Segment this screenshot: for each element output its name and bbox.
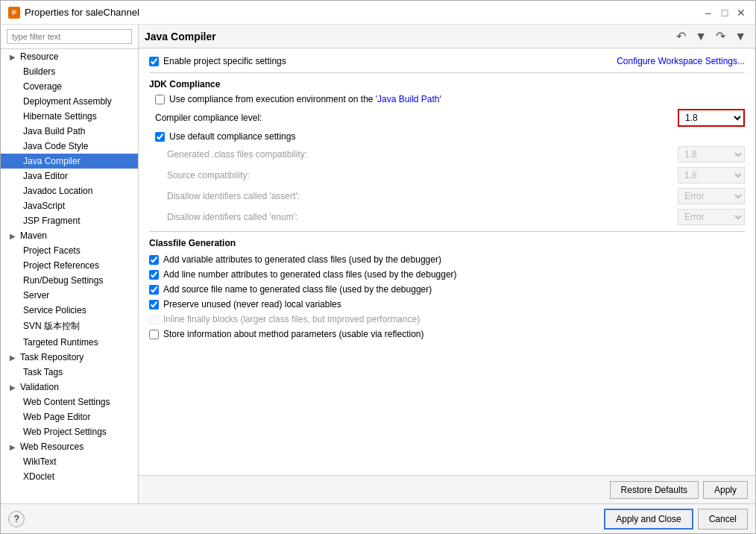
sidebar-item-task-repository[interactable]: ▶Task Repository — [1, 350, 138, 365]
tree: ▶ResourceBuildersCoverageDeployment Asse… — [1, 49, 138, 503]
sidebar-item-xdoclet[interactable]: XDoclet — [1, 469, 138, 484]
disallow-enum-select[interactable]: Error — [678, 209, 745, 225]
cb1-checkbox[interactable] — [149, 255, 159, 265]
back-button[interactable]: ↶ — [673, 28, 689, 45]
properties-window: P Properties for saleChannel – □ ✕ ▶Reso… — [0, 0, 756, 534]
sidebar-item-server[interactable]: Server — [1, 288, 138, 303]
apply-close-button[interactable]: Apply and Close — [604, 509, 693, 530]
sidebar-item-web-project-settings[interactable]: Web Project Settings — [1, 424, 138, 439]
toolbar: Java Compiler ↶ ▼ ↷ ▼ — [139, 25, 755, 48]
java-build-path-link[interactable]: 'Java Build Path' — [376, 94, 441, 104]
cb3-row: Add source file name to generated class … — [149, 284, 745, 295]
search-box — [1, 25, 138, 49]
sidebar-item-label: Web Page Editor — [23, 412, 91, 422]
sidebar-item-deployment-assembly[interactable]: Deployment Assembly — [1, 94, 138, 109]
sidebar-item-service-policies[interactable]: Service Policies — [1, 303, 138, 318]
cb3-label: Add source file name to generated class … — [163, 284, 432, 295]
use-compliance-label: Use compliance from execution environmen… — [169, 94, 441, 104]
forward-button[interactable]: ↷ — [713, 28, 728, 45]
sidebar-item-label: Server — [23, 290, 49, 301]
restore-defaults-button[interactable]: Restore Defaults — [610, 481, 699, 499]
sidebar-item-task-tags[interactable]: Task Tags — [1, 365, 138, 380]
sidebar-item-javadoc-location[interactable]: Javadoc Location — [1, 183, 138, 198]
sidebar-item-web-page-editor[interactable]: Web Page Editor — [1, 409, 138, 424]
sidebar-item-svn-[interactable]: SVN 版本控制 — [1, 318, 138, 335]
enable-settings-checkbox[interactable] — [149, 57, 159, 66]
compliance-level-select[interactable]: 1.6 1.7 1.8 9 10 — [678, 109, 745, 127]
cb2-checkbox[interactable] — [149, 270, 159, 280]
sidebar-item-label: Hibernate Settings — [23, 111, 97, 122]
cb2-label: Add line number attributes to generated … — [163, 269, 457, 280]
sidebar-item-web-resources[interactable]: ▶Web Resources — [1, 439, 138, 454]
window-icon: P — [8, 7, 20, 19]
sidebar-item-rundebug-settings[interactable]: Run/Debug Settings — [1, 273, 138, 288]
sidebar-item-maven[interactable]: ▶Maven — [1, 228, 138, 243]
cb4-checkbox[interactable] — [149, 300, 159, 310]
content-area: ▶ResourceBuildersCoverageDeployment Asse… — [1, 25, 755, 503]
cb5-row: Inline finally blocks (larger class file… — [149, 314, 745, 324]
sidebar-item-label: Web Content Settings — [23, 397, 110, 407]
sidebar-item-builders[interactable]: Builders — [1, 64, 138, 79]
sidebar-item-java-editor[interactable]: Java Editor — [1, 169, 138, 183]
sidebar-item-jsp-fragment[interactable]: JSP Fragment — [1, 213, 138, 228]
bottom-bar: Restore Defaults Apply — [139, 475, 755, 503]
enable-settings-label: Enable project specific settings — [163, 56, 286, 66]
sidebar-item-java-code-style[interactable]: Java Code Style — [1, 139, 138, 154]
sidebar-item-java-compiler[interactable]: Java Compiler — [1, 154, 138, 169]
configure-workspace-link[interactable]: Configure Workspace Settings... — [617, 56, 745, 66]
sidebar-item-label: Project Facets — [23, 245, 81, 256]
title-bar: P Properties for saleChannel – □ ✕ — [1, 1, 755, 25]
footer-right: Apply and Close Cancel — [604, 509, 748, 530]
cb3-checkbox[interactable] — [149, 285, 159, 295]
compliance-level-label: Compiler compliance level: — [155, 113, 678, 123]
use-default-checkbox[interactable] — [155, 132, 165, 142]
sidebar-item-targeted-runtimes[interactable]: Targeted Runtimes — [1, 335, 138, 350]
cancel-button[interactable]: Cancel — [698, 509, 748, 530]
jdk-section-title: JDK Compliance — [149, 79, 745, 89]
sidebar: ▶ResourceBuildersCoverageDeployment Asse… — [1, 25, 139, 503]
sidebar-item-hibernate-settings[interactable]: Hibernate Settings — [1, 109, 138, 124]
sidebar-item-label: Deployment Assembly — [23, 96, 112, 107]
sidebar-item-javascript[interactable]: JavaScript — [1, 198, 138, 213]
source-compat-label: Source compatibility: — [167, 170, 678, 180]
use-default-label: Use default compliance settings — [169, 131, 295, 142]
sidebar-item-wikitext[interactable]: WikiText — [1, 454, 138, 469]
help-button[interactable]: ? — [8, 511, 25, 527]
close-button[interactable]: ✕ — [734, 6, 748, 19]
sidebar-item-label: Run/Debug Settings — [23, 275, 103, 286]
title-bar-left: P Properties for saleChannel — [8, 7, 139, 19]
minimize-button[interactable]: – — [702, 6, 715, 19]
sidebar-item-label: XDoclet — [23, 471, 54, 482]
sidebar-item-label: Javadoc Location — [23, 186, 92, 196]
search-input[interactable] — [7, 29, 132, 44]
compliance-level-row: Compiler compliance level: 1.6 1.7 1.8 9… — [149, 109, 745, 127]
expand-icon: ▶ — [10, 354, 17, 362]
use-compliance-checkbox[interactable] — [155, 95, 165, 104]
cb6-checkbox[interactable] — [149, 330, 159, 339]
use-compliance-row: Use compliance from execution environmen… — [149, 94, 745, 104]
sidebar-item-resource[interactable]: ▶Resource — [1, 49, 138, 64]
disallow-assert-select[interactable]: Error — [678, 188, 745, 204]
sidebar-item-project-facets[interactable]: Project Facets — [1, 243, 138, 258]
apply-button[interactable]: Apply — [703, 481, 748, 499]
generated-compat-select[interactable]: 1.8 — [678, 146, 745, 163]
sidebar-item-validation[interactable]: ▶Validation — [1, 380, 138, 395]
classfile-section: Classfile Generation Add variable attrib… — [149, 238, 745, 339]
sidebar-item-web-content-settings[interactable]: Web Content Settings — [1, 395, 138, 409]
sidebar-item-java-build-path[interactable]: Java Build Path — [1, 124, 138, 139]
sidebar-item-coverage[interactable]: Coverage — [1, 79, 138, 94]
toolbar-right: ↶ ▼ ↷ ▼ — [673, 28, 749, 45]
window-title: Properties for saleChannel — [25, 7, 139, 18]
expand-icon: ▶ — [10, 53, 17, 61]
disallow-assert-row: Disallow identifiers called 'assert': Er… — [149, 188, 745, 204]
source-compat-select[interactable]: 1.8 — [678, 167, 745, 183]
maximize-button[interactable]: □ — [718, 6, 731, 19]
sidebar-item-label: Java Build Path — [23, 126, 85, 136]
cb1-row: Add variable attributes to generated cla… — [149, 254, 745, 265]
cb5-checkbox[interactable] — [149, 315, 159, 324]
dropdown-forward-button[interactable]: ▼ — [731, 28, 749, 45]
panel-title: Java Compiler — [145, 31, 216, 43]
dropdown-back-button[interactable]: ▼ — [692, 28, 710, 45]
expand-icon: ▶ — [10, 383, 17, 392]
sidebar-item-project-references[interactable]: Project References — [1, 258, 138, 273]
